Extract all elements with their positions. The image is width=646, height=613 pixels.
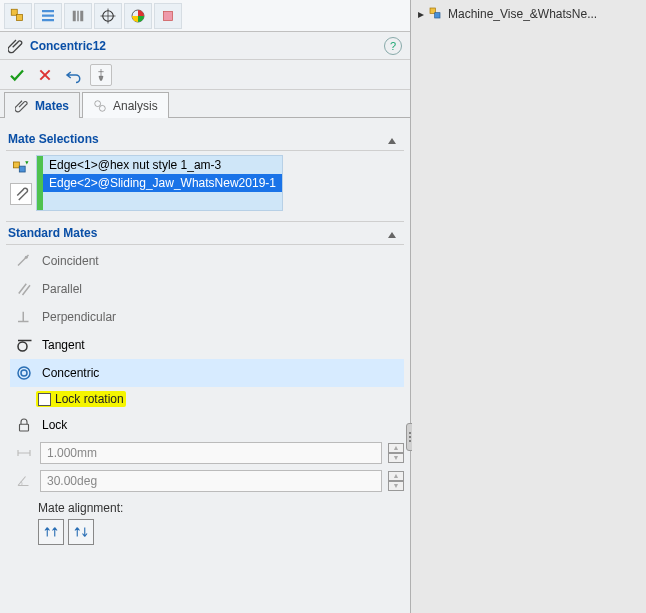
svg-rect-21 xyxy=(20,424,29,431)
extras-tab-icon[interactable] xyxy=(154,3,182,29)
angle-row: ▲▼ xyxy=(10,467,404,495)
confirmation-row xyxy=(0,60,410,90)
align-anti-button[interactable] xyxy=(68,519,94,545)
svg-rect-7 xyxy=(80,10,83,21)
standard-mates-list: Coincident Parallel Perpendicular Tangen… xyxy=(6,245,404,559)
property-manager-panel: Concentric12 ? Mates Analysis Mate Selec… xyxy=(0,0,411,613)
tab-analysis[interactable]: Analysis xyxy=(82,92,169,118)
selection-item[interactable]: Edge<2>@Sliding_Jaw_WhatsNew2019-1 xyxy=(43,174,282,192)
mate-label: Perpendicular xyxy=(42,310,116,324)
svg-point-18 xyxy=(18,342,27,351)
svg-point-14 xyxy=(99,105,105,111)
svg-point-20 xyxy=(21,370,27,376)
svg-point-17 xyxy=(25,256,28,259)
lock-icon xyxy=(14,415,34,435)
coincident-icon xyxy=(14,251,34,271)
mate-label: Parallel xyxy=(42,282,82,296)
mate-perpendicular[interactable]: Perpendicular xyxy=(10,303,404,331)
mate-label: Coincident xyxy=(42,254,99,268)
svg-rect-3 xyxy=(42,14,54,16)
selection-list-icon[interactable] xyxy=(11,157,31,177)
angle-icon xyxy=(14,471,34,491)
mate-label: Tangent xyxy=(42,338,85,352)
svg-point-19 xyxy=(18,367,30,379)
assembly-tab-icon[interactable] xyxy=(4,3,32,29)
svg-rect-6 xyxy=(77,10,79,21)
mate-name: Concentric12 xyxy=(30,39,106,53)
target-tab-icon[interactable] xyxy=(94,3,122,29)
cancel-button[interactable] xyxy=(34,64,56,86)
align-same-button[interactable] xyxy=(38,519,64,545)
expand-arrow-icon[interactable]: ▸ xyxy=(418,7,424,21)
svg-rect-5 xyxy=(73,10,76,21)
tab-mates[interactable]: Mates xyxy=(4,92,80,118)
mate-tabs: Mates Analysis xyxy=(0,90,410,118)
svg-rect-23 xyxy=(435,13,440,18)
selection-items: Edge<1>@hex nut style 1_am-3 Edge<2>@Sli… xyxy=(43,156,282,210)
panel-body: Mate Selections Edge<1>@hex nut style 1_… xyxy=(0,118,410,613)
assembly-icon xyxy=(428,6,444,22)
distance-row: ▲▼ xyxy=(10,439,404,467)
multi-mate-icon[interactable] xyxy=(10,183,32,205)
mate-lock[interactable]: Lock xyxy=(10,411,404,439)
distance-icon xyxy=(14,443,34,463)
ok-button[interactable] xyxy=(6,64,28,86)
lock-rotation-checkbox[interactable] xyxy=(38,393,51,406)
selection-icon-column xyxy=(10,155,32,205)
svg-rect-2 xyxy=(42,10,54,12)
svg-rect-15 xyxy=(14,162,20,168)
parallel-icon xyxy=(14,279,34,299)
mate-tangent[interactable]: Tangent xyxy=(10,331,404,359)
config-tab-icon[interactable] xyxy=(34,3,62,29)
svg-point-13 xyxy=(95,100,101,106)
perpendicular-icon xyxy=(14,307,34,327)
mate-concentric[interactable]: Concentric xyxy=(10,359,404,387)
section-mate-selections[interactable]: Mate Selections xyxy=(6,128,404,151)
lock-rotation-label: Lock rotation xyxy=(55,392,124,406)
panel-tabs-toolbar xyxy=(0,0,410,32)
mate-label: Lock xyxy=(42,418,67,432)
mate-alignment-block: Mate alignment: xyxy=(10,495,404,551)
selection-item[interactable]: Edge<1>@hex nut style 1_am-3 xyxy=(43,156,282,174)
feature-tree-flyout[interactable]: ▸ Machine_Vise_&WhatsNe... xyxy=(418,6,597,22)
section-standard-mates[interactable]: Standard Mates xyxy=(6,221,404,245)
angle-input[interactable] xyxy=(40,470,382,492)
svg-rect-4 xyxy=(42,19,54,21)
list-tab-icon[interactable] xyxy=(64,3,92,29)
tab-mates-label: Mates xyxy=(35,99,69,113)
clip-icon xyxy=(8,38,24,54)
tab-analysis-label: Analysis xyxy=(113,99,158,113)
graphics-area: ▸ Machine_Vise_&WhatsNe... Lock rotation xyxy=(412,0,646,613)
lock-rotation-option[interactable]: Lock rotation xyxy=(36,387,404,411)
distance-spinner[interactable]: ▲▼ xyxy=(388,443,404,463)
mate-parallel[interactable]: Parallel xyxy=(10,275,404,303)
tangent-icon xyxy=(14,335,34,355)
svg-rect-12 xyxy=(164,11,173,20)
mate-coincident[interactable]: Coincident xyxy=(10,247,404,275)
distance-input[interactable] xyxy=(40,442,382,464)
svg-rect-1 xyxy=(17,14,23,20)
mate-alignment-label: Mate alignment: xyxy=(14,501,400,515)
pin-button[interactable] xyxy=(90,64,112,86)
angle-spinner[interactable]: ▲▼ xyxy=(388,471,404,491)
mate-selections-body: Edge<1>@hex nut style 1_am-3 Edge<2>@Sli… xyxy=(6,151,404,215)
svg-rect-16 xyxy=(19,166,25,172)
mate-label: Concentric xyxy=(42,366,99,380)
selection-list[interactable]: Edge<1>@hex nut style 1_am-3 Edge<2>@Sli… xyxy=(36,155,283,211)
undo-button[interactable] xyxy=(62,64,84,86)
help-icon[interactable]: ? xyxy=(384,37,402,55)
appearance-tab-icon[interactable] xyxy=(124,3,152,29)
assembly-name-label: Machine_Vise_&WhatsNe... xyxy=(448,7,597,21)
concentric-icon xyxy=(14,363,34,383)
mate-title-row: Concentric12 ? xyxy=(0,32,410,60)
